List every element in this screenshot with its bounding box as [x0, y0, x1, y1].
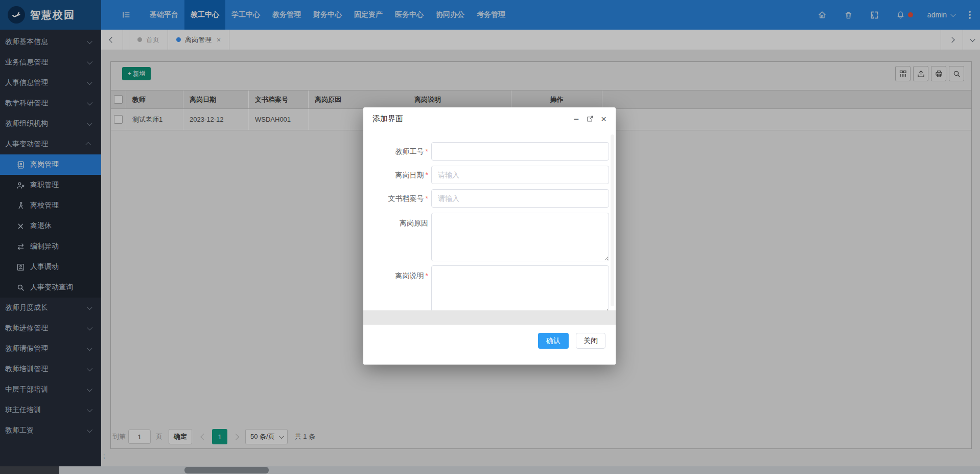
note-textarea[interactable] [431, 265, 609, 310]
confirm-button[interactable]: 确认 [538, 333, 569, 349]
doc-no-input[interactable] [431, 189, 609, 208]
teacher-id-input[interactable] [431, 142, 609, 161]
app-root: 智慧校园 基础平台 教工中心 学工中心 教务管理 财务中心 固定资产 医务中心 … [0, 0, 980, 474]
required-mark: * [426, 171, 428, 179]
modal-scrollbar[interactable] [611, 134, 614, 306]
form-row-doc-no: 文书档案号* [369, 189, 616, 208]
modal-divider-band [363, 310, 616, 325]
field-label: 离岗日期* [369, 166, 428, 184]
modal-footer: 确认 关闭 [363, 325, 616, 365]
required-mark: * [426, 272, 428, 280]
required-mark: * [426, 194, 428, 202]
form-row-note: 离岗说明* [369, 265, 616, 310]
field-label: 文书档案号* [369, 189, 428, 208]
leave-date-input[interactable] [431, 166, 609, 184]
close-button[interactable]: 关闭 [576, 333, 605, 349]
field-label: 离岗原因 [369, 213, 428, 261]
field-label: 离岗说明* [369, 265, 428, 310]
maximize-icon[interactable] [586, 115, 594, 123]
minimize-icon[interactable]: − [573, 115, 579, 124]
form-row-leave-date: 离岗日期* [369, 166, 616, 184]
close-icon[interactable]: × [601, 114, 606, 124]
modal-window-controls: − × [573, 114, 606, 124]
modal-title: 添加界面 [372, 114, 573, 124]
modal-header[interactable]: 添加界面 − × [363, 107, 616, 130]
add-record-modal: 添加界面 − × 教师工号* 离岗日期* 文书档案号* [363, 107, 616, 365]
form-row-teacher-id: 教师工号* [369, 142, 616, 161]
modal-body: 教师工号* 离岗日期* 文书档案号* 离岗原因 离岗说明* [363, 130, 616, 310]
required-mark: * [426, 147, 428, 155]
reason-textarea[interactable] [431, 213, 609, 261]
form-row-reason: 离岗原因 [369, 213, 616, 261]
field-label: 教师工号* [369, 142, 428, 161]
